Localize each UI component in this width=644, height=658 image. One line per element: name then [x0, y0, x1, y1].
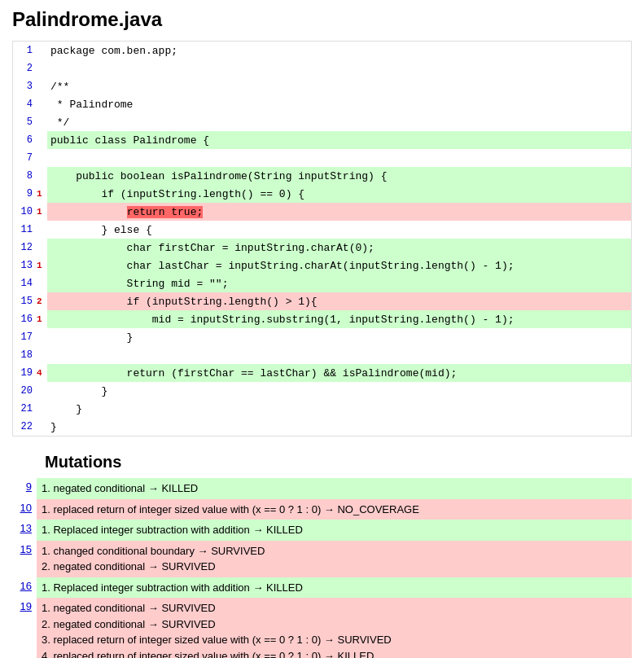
mutation-badge	[36, 418, 47, 436]
code-line: 5 */	[13, 113, 631, 131]
mutation-badge	[36, 77, 47, 95]
line-number: 8	[13, 167, 36, 185]
code-text	[47, 346, 631, 364]
line-number: 2	[13, 59, 36, 77]
mutation-badge	[36, 59, 47, 77]
mutation-badge: 2	[36, 292, 47, 310]
line-number: 13	[13, 257, 36, 274]
line-number: 3	[13, 77, 36, 95]
mutation-row: 191. negated conditional → SURVIVED 2. n…	[12, 598, 632, 658]
code-text: package com.ben.app;	[47, 42, 631, 59]
mutation-content: 1. Replaced integer subtraction with add…	[37, 520, 632, 541]
code-text: char lastChar = inputString.charAt(input…	[47, 257, 631, 274]
mutation-badge	[36, 167, 47, 185]
code-line: 3/**	[13, 77, 631, 95]
line-number: 20	[13, 382, 36, 400]
code-container: 1package com.ben.app;23/**4 * Palindrome…	[12, 41, 632, 436]
line-number: 7	[13, 149, 36, 167]
mutation-content: 1. Replaced integer subtraction with add…	[37, 577, 632, 599]
mutation-content: 1. changed conditional boundary → SURVIV…	[37, 541, 632, 577]
code-line: 17 }	[13, 328, 631, 346]
mutation-badge	[36, 42, 47, 59]
code-text: return true;	[47, 203, 631, 221]
line-number: 1	[13, 42, 36, 59]
mutations-list: 91. negated conditional → KILLED101. rep…	[12, 478, 632, 658]
code-text: char firstChar = inputString.charAt(0);	[47, 239, 631, 257]
code-text: public boolean isPalindrome(String input…	[47, 167, 631, 185]
code-line: 22}	[13, 418, 631, 436]
line-number: 19	[13, 364, 36, 382]
mutation-badge	[36, 274, 47, 292]
code-line: 6public class Palindrome {	[13, 131, 631, 149]
code-line: 161 mid = inputString.substring(1, input…	[13, 310, 631, 328]
mutation-row: 161. Replaced integer subtraction with a…	[12, 577, 632, 599]
code-text: mid = inputString.substring(1, inputStri…	[47, 310, 631, 328]
code-text: if (inputString.length() > 1){	[47, 292, 631, 310]
code-line: 7	[13, 149, 631, 167]
mutation-badge	[36, 131, 47, 149]
code-text: */	[47, 113, 631, 131]
mutation-badge: 1	[36, 203, 47, 221]
mutation-line-number: 10	[12, 499, 37, 520]
code-text: String mid = "";	[47, 274, 631, 292]
mutation-badge	[36, 400, 47, 418]
code-line: 91 if (inputString.length() == 0) {	[13, 185, 631, 203]
mutation-content: 1. replaced return of integer sized valu…	[37, 499, 632, 520]
line-number: 10	[13, 203, 36, 221]
line-number: 5	[13, 113, 36, 131]
line-number: 17	[13, 328, 36, 346]
code-text: public class Palindrome {	[47, 131, 631, 149]
code-line: 14 String mid = "";	[13, 274, 631, 292]
code-line: 8 public boolean isPalindrome(String inp…	[13, 167, 631, 185]
code-text: }	[47, 328, 631, 346]
line-number: 11	[13, 221, 36, 239]
mutation-badge	[36, 346, 47, 364]
code-line: 11 } else {	[13, 221, 631, 239]
mutation-badge	[36, 113, 47, 131]
mutation-content: 1. negated conditional → SURVIVED 2. neg…	[37, 598, 632, 658]
code-text: }	[47, 382, 631, 400]
mutation-badge: 1	[36, 310, 47, 328]
mutation-badge: 4	[36, 364, 47, 382]
code-line: 2	[13, 59, 631, 77]
code-line: 18	[13, 346, 631, 364]
mutation-line-number: 19	[12, 598, 37, 658]
line-number: 18	[13, 346, 36, 364]
code-line: 21 }	[13, 400, 631, 418]
mutation-line-number: 13	[12, 520, 37, 541]
line-number: 16	[13, 310, 36, 328]
code-text: }	[47, 400, 631, 418]
mutation-row: 91. negated conditional → KILLED	[12, 478, 632, 499]
line-number: 22	[13, 418, 36, 436]
code-text: * Palindrome	[47, 95, 631, 113]
mutation-content: 1. negated conditional → KILLED	[37, 478, 632, 499]
mutation-line-number: 15	[12, 541, 37, 577]
line-number: 6	[13, 131, 36, 149]
mutations-section: Mutations	[12, 453, 632, 472]
mutation-badge: 1	[36, 185, 47, 203]
line-number: 14	[13, 274, 36, 292]
code-text	[47, 59, 631, 77]
code-text: } else {	[47, 221, 631, 239]
mutation-line-number: 9	[12, 478, 37, 499]
mutation-badge	[36, 382, 47, 400]
code-line: 101 return true;	[13, 203, 631, 221]
line-number: 9	[13, 185, 36, 203]
code-line: 131 char lastChar = inputString.charAt(i…	[13, 257, 631, 274]
line-number: 4	[13, 95, 36, 113]
mutation-badge	[36, 239, 47, 257]
line-number: 21	[13, 400, 36, 418]
page-title: Palindrome.java	[12, 8, 632, 31]
code-text: /**	[47, 77, 631, 95]
code-line: 20 }	[13, 382, 631, 400]
code-text: return (firstChar == lastChar) && isPali…	[47, 364, 631, 382]
mutation-row: 151. changed conditional boundary → SURV…	[12, 541, 632, 577]
mutation-row: 131. Replaced integer subtraction with a…	[12, 520, 632, 541]
mutation-line-number: 16	[12, 577, 37, 599]
code-text	[47, 149, 631, 167]
mutation-badge	[36, 149, 47, 167]
code-line: 152 if (inputString.length() > 1){	[13, 292, 631, 310]
code-line: 1package com.ben.app;	[13, 42, 631, 59]
code-text: }	[47, 418, 631, 436]
line-number: 12	[13, 239, 36, 257]
